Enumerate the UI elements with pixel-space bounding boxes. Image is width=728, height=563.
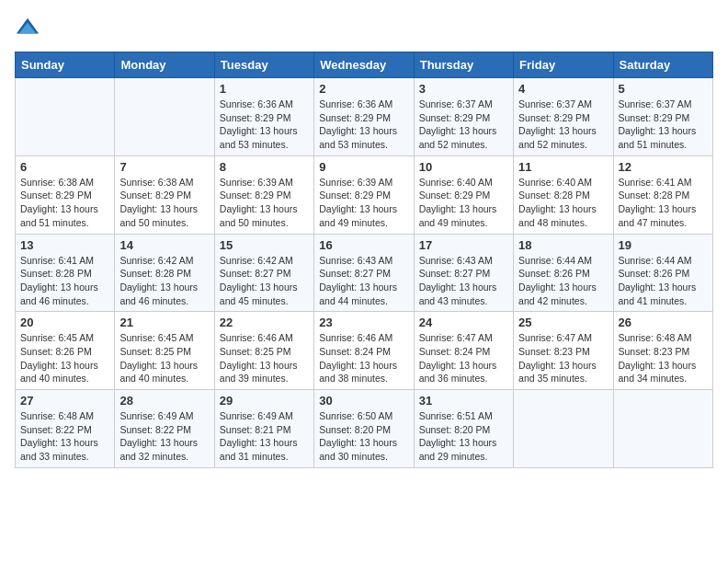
- day-number: 28: [119, 394, 209, 408]
- calendar-day-cell: 16Sunrise: 6:43 AM Sunset: 8:27 PM Dayli…: [314, 234, 414, 312]
- day-number: 3: [419, 82, 508, 96]
- day-info: Sunrise: 6:51 AM Sunset: 8:20 PM Dayligh…: [419, 409, 508, 464]
- calendar-day-cell: 18Sunrise: 6:44 AM Sunset: 8:26 PM Dayli…: [514, 234, 613, 312]
- day-info: Sunrise: 6:40 AM Sunset: 8:28 PM Dayligh…: [518, 176, 608, 230]
- day-number: 16: [319, 238, 408, 252]
- calendar-day-cell: 28Sunrise: 6:49 AM Sunset: 8:22 PM Dayli…: [115, 390, 214, 468]
- calendar-day-cell: 31Sunrise: 6:51 AM Sunset: 8:20 PM Dayli…: [414, 390, 513, 468]
- weekday-header: Tuesday: [214, 52, 313, 78]
- calendar-day-cell: 14Sunrise: 6:42 AM Sunset: 8:28 PM Dayli…: [115, 234, 214, 312]
- day-info: Sunrise: 6:43 AM Sunset: 8:27 PM Dayligh…: [319, 254, 408, 308]
- calendar-table: SundayMondayTuesdayWednesdayThursdayFrid…: [15, 52, 713, 468]
- weekday-header: Sunday: [16, 52, 115, 78]
- calendar-day-cell: 15Sunrise: 6:42 AM Sunset: 8:27 PM Dayli…: [214, 234, 313, 312]
- logo: [15, 15, 44, 40]
- day-number: 1: [220, 82, 309, 96]
- day-number: 29: [220, 394, 309, 408]
- calendar-day-cell: 25Sunrise: 6:47 AM Sunset: 8:23 PM Dayli…: [514, 312, 613, 390]
- calendar-day-cell: 7Sunrise: 6:38 AM Sunset: 8:29 PM Daylig…: [115, 155, 214, 234]
- weekday-header: Saturday: [613, 52, 712, 78]
- day-info: Sunrise: 6:50 AM Sunset: 8:20 PM Dayligh…: [319, 409, 408, 464]
- day-number: 9: [319, 160, 408, 174]
- day-info: Sunrise: 6:40 AM Sunset: 8:29 PM Dayligh…: [419, 176, 508, 230]
- calendar-day-cell: 10Sunrise: 6:40 AM Sunset: 8:29 PM Dayli…: [414, 155, 513, 234]
- calendar-day-cell: 5Sunrise: 6:37 AM Sunset: 8:29 PM Daylig…: [613, 78, 712, 156]
- day-number: 27: [20, 394, 109, 408]
- weekday-header: Monday: [115, 52, 214, 78]
- calendar-day-cell: 22Sunrise: 6:46 AM Sunset: 8:25 PM Dayli…: [214, 312, 313, 390]
- calendar-day-cell: 20Sunrise: 6:45 AM Sunset: 8:26 PM Dayli…: [16, 312, 115, 390]
- day-number: 22: [220, 316, 309, 329]
- day-info: Sunrise: 6:45 AM Sunset: 8:26 PM Dayligh…: [20, 331, 109, 385]
- day-info: Sunrise: 6:47 AM Sunset: 8:24 PM Dayligh…: [419, 331, 508, 385]
- day-number: 25: [518, 316, 608, 329]
- day-number: 5: [619, 82, 708, 96]
- day-info: Sunrise: 6:42 AM Sunset: 8:27 PM Dayligh…: [220, 254, 309, 308]
- day-info: Sunrise: 6:42 AM Sunset: 8:28 PM Dayligh…: [119, 254, 209, 308]
- day-info: Sunrise: 6:48 AM Sunset: 8:23 PM Dayligh…: [619, 331, 708, 385]
- day-info: Sunrise: 6:39 AM Sunset: 8:29 PM Dayligh…: [319, 176, 408, 230]
- calendar-header-row: SundayMondayTuesdayWednesdayThursdayFrid…: [16, 52, 713, 78]
- day-info: Sunrise: 6:37 AM Sunset: 8:29 PM Dayligh…: [619, 98, 708, 152]
- day-number: 18: [518, 238, 608, 252]
- day-info: Sunrise: 6:37 AM Sunset: 8:29 PM Dayligh…: [419, 98, 508, 152]
- day-number: 31: [419, 394, 508, 408]
- calendar-day-cell: 17Sunrise: 6:43 AM Sunset: 8:27 PM Dayli…: [414, 234, 513, 312]
- calendar-day-cell: [514, 390, 613, 468]
- day-info: Sunrise: 6:41 AM Sunset: 8:28 PM Dayligh…: [619, 176, 708, 230]
- day-number: 2: [319, 82, 408, 96]
- day-number: 21: [119, 316, 209, 329]
- day-number: 6: [20, 160, 109, 174]
- calendar-day-cell: [16, 78, 115, 156]
- day-info: Sunrise: 6:46 AM Sunset: 8:25 PM Dayligh…: [220, 331, 309, 385]
- day-info: Sunrise: 6:37 AM Sunset: 8:29 PM Dayligh…: [518, 98, 608, 152]
- calendar-week-row: 1Sunrise: 6:36 AM Sunset: 8:29 PM Daylig…: [16, 78, 713, 156]
- day-info: Sunrise: 6:49 AM Sunset: 8:21 PM Dayligh…: [220, 409, 309, 464]
- day-info: Sunrise: 6:36 AM Sunset: 8:29 PM Dayligh…: [319, 98, 408, 152]
- day-info: Sunrise: 6:48 AM Sunset: 8:22 PM Dayligh…: [20, 409, 109, 464]
- day-number: 12: [619, 160, 708, 174]
- day-number: 19: [619, 238, 708, 252]
- day-info: Sunrise: 6:41 AM Sunset: 8:28 PM Dayligh…: [20, 254, 109, 308]
- day-number: 30: [319, 394, 408, 408]
- calendar-day-cell: 12Sunrise: 6:41 AM Sunset: 8:28 PM Dayli…: [613, 155, 712, 234]
- calendar-week-row: 6Sunrise: 6:38 AM Sunset: 8:29 PM Daylig…: [16, 155, 713, 234]
- calendar-day-cell: 11Sunrise: 6:40 AM Sunset: 8:28 PM Dayli…: [514, 155, 613, 234]
- day-number: 26: [619, 316, 708, 329]
- calendar-day-cell: 6Sunrise: 6:38 AM Sunset: 8:29 PM Daylig…: [16, 155, 115, 234]
- calendar-day-cell: 8Sunrise: 6:39 AM Sunset: 8:29 PM Daylig…: [214, 155, 313, 234]
- calendar-day-cell: 19Sunrise: 6:44 AM Sunset: 8:26 PM Dayli…: [613, 234, 712, 312]
- weekday-header: Friday: [514, 52, 613, 78]
- day-info: Sunrise: 6:49 AM Sunset: 8:22 PM Dayligh…: [119, 409, 209, 464]
- calendar-week-row: 20Sunrise: 6:45 AM Sunset: 8:26 PM Dayli…: [16, 312, 713, 390]
- calendar-day-cell: 30Sunrise: 6:50 AM Sunset: 8:20 PM Dayli…: [314, 390, 414, 468]
- calendar-day-cell: 4Sunrise: 6:37 AM Sunset: 8:29 PM Daylig…: [514, 78, 613, 156]
- weekday-header: Thursday: [414, 52, 513, 78]
- day-info: Sunrise: 6:39 AM Sunset: 8:29 PM Dayligh…: [220, 176, 309, 230]
- calendar-day-cell: 3Sunrise: 6:37 AM Sunset: 8:29 PM Daylig…: [414, 78, 513, 156]
- calendar-day-cell: 29Sunrise: 6:49 AM Sunset: 8:21 PM Dayli…: [214, 390, 313, 468]
- day-info: Sunrise: 6:46 AM Sunset: 8:24 PM Dayligh…: [319, 331, 408, 385]
- calendar-day-cell: 1Sunrise: 6:36 AM Sunset: 8:29 PM Daylig…: [214, 78, 313, 156]
- calendar-week-row: 13Sunrise: 6:41 AM Sunset: 8:28 PM Dayli…: [16, 234, 713, 312]
- day-number: 14: [119, 238, 209, 252]
- day-number: 11: [518, 160, 608, 174]
- day-number: 8: [220, 160, 309, 174]
- day-number: 10: [419, 160, 508, 174]
- day-info: Sunrise: 6:44 AM Sunset: 8:26 PM Dayligh…: [518, 254, 608, 308]
- day-info: Sunrise: 6:44 AM Sunset: 8:26 PM Dayligh…: [619, 254, 708, 308]
- day-number: 15: [220, 238, 309, 252]
- day-number: 20: [20, 316, 109, 329]
- day-number: 4: [518, 82, 608, 96]
- day-number: 23: [319, 316, 408, 329]
- calendar-day-cell: 21Sunrise: 6:45 AM Sunset: 8:25 PM Dayli…: [115, 312, 214, 390]
- day-number: 7: [119, 160, 209, 174]
- day-info: Sunrise: 6:38 AM Sunset: 8:29 PM Dayligh…: [20, 176, 109, 230]
- calendar-day-cell: 24Sunrise: 6:47 AM Sunset: 8:24 PM Dayli…: [414, 312, 513, 390]
- day-number: 24: [419, 316, 508, 329]
- day-number: 13: [20, 238, 109, 252]
- calendar-day-cell: [613, 390, 712, 468]
- day-info: Sunrise: 6:47 AM Sunset: 8:23 PM Dayligh…: [518, 331, 608, 385]
- calendar-day-cell: 23Sunrise: 6:46 AM Sunset: 8:24 PM Dayli…: [314, 312, 414, 390]
- day-number: 17: [419, 238, 508, 252]
